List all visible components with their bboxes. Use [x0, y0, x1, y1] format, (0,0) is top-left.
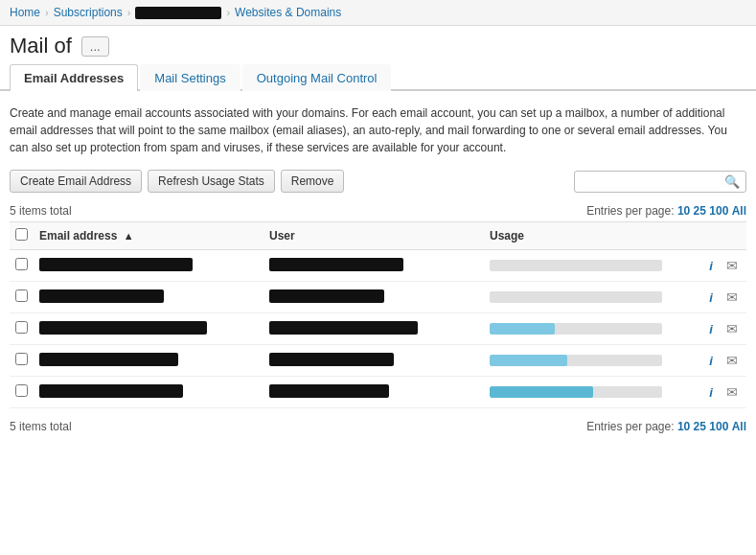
- entries-all-bottom[interactable]: All: [732, 420, 746, 433]
- email-cell: [34, 313, 263, 345]
- entries-100-bottom[interactable]: 100: [709, 420, 728, 433]
- toolbar: Create Email Address Refresh Usage Stats…: [0, 166, 756, 200]
- th-usage: Usage: [484, 222, 697, 250]
- page-title: Mail of: [10, 34, 72, 58]
- table-body: i✉i✉i✉i✉i✉: [10, 250, 746, 408]
- row-checkbox[interactable]: [15, 353, 28, 365]
- table-row: i✉: [10, 345, 746, 377]
- breadcrumb-subscriptions[interactable]: Subscriptions: [54, 6, 123, 19]
- actions-cell: i✉: [697, 345, 746, 377]
- edit-icon[interactable]: ✉: [723, 383, 741, 401]
- more-button[interactable]: ...: [81, 36, 109, 57]
- table-header-row: Email address ▲ User Usage: [10, 222, 746, 250]
- table-meta-top: 5 items total Entries per page: 10 25 10…: [0, 200, 756, 221]
- page-header: Mail of ...: [0, 26, 756, 62]
- row-checkbox-cell: [10, 250, 34, 282]
- th-actions: [697, 222, 746, 250]
- breadcrumb-home[interactable]: Home: [10, 6, 40, 19]
- edit-icon[interactable]: ✉: [723, 320, 741, 337]
- table-wrap: Email address ▲ User Usage i✉i✉i✉i✉i✉: [0, 221, 756, 408]
- table-row: i✉: [10, 313, 746, 345]
- table-row: i✉: [10, 250, 746, 282]
- table-row: i✉: [10, 282, 746, 313]
- row-checkbox[interactable]: [15, 289, 28, 302]
- usage-cell: [484, 313, 697, 345]
- th-user: User: [263, 222, 484, 250]
- edit-icon[interactable]: ✉: [723, 257, 741, 274]
- usage-cell: [484, 250, 697, 282]
- info-icon[interactable]: i: [702, 320, 720, 337]
- usage-bar-bg: [490, 386, 662, 398]
- row-checkbox-cell: [10, 377, 34, 408]
- user-cell: [263, 282, 484, 313]
- tab-email-addresses[interactable]: Email Addresses: [10, 64, 138, 91]
- entries-all[interactable]: All: [732, 204, 746, 218]
- refresh-usage-button[interactable]: Refresh Usage Stats: [148, 170, 275, 193]
- usage-cell: [484, 345, 697, 377]
- info-icon[interactable]: i: [702, 383, 720, 401]
- user-cell: [263, 345, 484, 377]
- info-icon[interactable]: i: [702, 257, 720, 274]
- entries-25[interactable]: 25: [694, 204, 706, 218]
- breadcrumb-sep-1: ›: [45, 7, 49, 18]
- search-box[interactable]: 🔍: [574, 171, 746, 193]
- tab-mail-settings[interactable]: Mail Settings: [140, 64, 240, 91]
- row-checkbox[interactable]: [15, 321, 28, 334]
- usage-cell: [484, 282, 697, 313]
- entries-per-page-top: Entries per page: 10 25 100 All: [586, 204, 746, 218]
- row-checkbox-cell: [10, 345, 34, 377]
- entries-per-page-bottom: Entries per page: 10 25 100 All: [586, 420, 746, 433]
- entries-10-bottom[interactable]: 10: [677, 420, 690, 433]
- email-cell: [34, 282, 263, 313]
- usage-bar-fill: [490, 323, 555, 335]
- email-cell: [34, 345, 263, 377]
- search-icon: 🔍: [724, 174, 740, 189]
- remove-button[interactable]: Remove: [281, 170, 345, 193]
- th-select-all[interactable]: [10, 222, 34, 250]
- info-icon[interactable]: i: [702, 289, 720, 306]
- usage-bar-fill: [490, 386, 593, 398]
- usage-cell: [484, 377, 697, 408]
- create-email-button[interactable]: Create Email Address: [10, 170, 142, 193]
- usage-bar-bg: [490, 291, 662, 303]
- breadcrumb-domain: [135, 7, 221, 19]
- table-meta-bottom: 5 items total Entries per page: 10 25 10…: [0, 416, 756, 437]
- search-input[interactable]: [581, 174, 724, 188]
- entries-10[interactable]: 10: [677, 204, 690, 218]
- breadcrumb-sep-2: ›: [127, 7, 131, 18]
- user-cell: [263, 377, 484, 408]
- email-table: Email address ▲ User Usage i✉i✉i✉i✉i✉: [10, 221, 746, 408]
- row-checkbox-cell: [10, 282, 34, 313]
- select-all-checkbox[interactable]: [15, 228, 28, 241]
- row-checkbox[interactable]: [15, 384, 28, 397]
- items-total-top: 5 items total: [10, 204, 72, 218]
- table-row: i✉: [10, 377, 746, 408]
- usage-bar-fill: [490, 355, 567, 366]
- actions-cell: i✉: [697, 377, 746, 408]
- breadcrumb-websites-domains[interactable]: Websites & Domains: [235, 6, 341, 19]
- email-cell: [34, 377, 263, 408]
- row-checkbox[interactable]: [15, 258, 28, 270]
- usage-bar-bg: [490, 355, 662, 366]
- entries-25-bottom[interactable]: 25: [694, 420, 706, 433]
- email-cell: [34, 250, 263, 282]
- row-checkbox-cell: [10, 313, 34, 345]
- breadcrumb: Home › Subscriptions › › Websites & Doma…: [0, 0, 756, 26]
- tab-outgoing-mail-control[interactable]: Outgoing Mail Control: [242, 64, 392, 91]
- items-total-bottom: 5 items total: [10, 420, 72, 433]
- tabs-bar: Email Addresses Mail Settings Outgoing M…: [0, 62, 756, 91]
- usage-bar-bg: [490, 323, 662, 335]
- edit-icon[interactable]: ✉: [723, 289, 741, 306]
- edit-icon[interactable]: ✉: [723, 352, 741, 369]
- sort-arrow-email: ▲: [124, 230, 134, 242]
- actions-cell: i✉: [697, 250, 746, 282]
- entries-100[interactable]: 100: [709, 204, 728, 218]
- actions-cell: i✉: [697, 282, 746, 313]
- usage-bar-bg: [490, 260, 662, 271]
- th-email-address[interactable]: Email address ▲: [34, 222, 263, 250]
- user-cell: [263, 313, 484, 345]
- description-text: Create and manage email accounts associa…: [0, 101, 756, 166]
- info-icon[interactable]: i: [702, 352, 720, 369]
- actions-cell: i✉: [697, 313, 746, 345]
- user-cell: [263, 250, 484, 282]
